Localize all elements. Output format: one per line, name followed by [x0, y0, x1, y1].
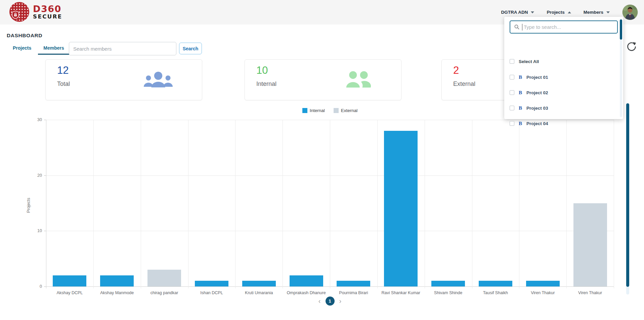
- tab-projects[interactable]: Projects: [7, 43, 37, 55]
- pagination-prev-icon[interactable]: ‹: [318, 297, 321, 306]
- tab-bar: Projects Members: [7, 43, 70, 55]
- bar-internal-kruti-umarania[interactable]: [242, 281, 276, 286]
- v-gridline: [519, 120, 519, 288]
- shield-lock-icon: [12, 11, 19, 19]
- stat-label: Total: [57, 81, 70, 88]
- logo-globe-icon: [9, 2, 29, 22]
- logo-line1: D360: [33, 4, 62, 13]
- project-label: Project 01: [526, 75, 548, 80]
- v-gridline: [283, 120, 283, 288]
- logo-line2: SECURE: [33, 14, 62, 20]
- search-icon: [514, 24, 519, 30]
- project-b-icon: B: [519, 121, 522, 126]
- search-button[interactable]: Search: [179, 43, 202, 54]
- nav-label: Members: [584, 10, 603, 15]
- chevron-down-icon: [606, 11, 610, 13]
- two-people-icon: [344, 69, 373, 91]
- bar-internal-pournima-birari[interactable]: [337, 281, 370, 286]
- pagination-page-1[interactable]: 1: [326, 297, 335, 306]
- stat-value: 10: [256, 64, 268, 76]
- project-b-icon: B: [519, 74, 522, 80]
- refresh-icon: [626, 41, 637, 52]
- nav-item-dgtra-adn[interactable]: DGTRA ADN: [501, 10, 534, 15]
- project-checkbox[interactable]: [510, 106, 514, 110]
- bar-internal-omprakash-dhanure[interactable]: [290, 275, 323, 286]
- legend-item-internal[interactable]: Internal: [302, 108, 325, 113]
- projects-dropdown-panel: Select All B Project 01 B Project 02 B P…: [504, 17, 623, 119]
- x-axis-label: Tausif Shaikh: [483, 290, 508, 295]
- y-tick-label: 10: [32, 228, 42, 233]
- bar-internal-ishan-dcpl[interactable]: [195, 281, 228, 286]
- x-axis-label: chirag pandkar: [151, 290, 178, 295]
- x-axis-label: Shivam Shinde: [434, 290, 462, 295]
- stat-label: Internal: [256, 81, 276, 88]
- user-avatar[interactable]: [622, 4, 638, 20]
- dropdown-scrollbar-thumb[interactable]: [620, 19, 622, 40]
- bar-external-viren-thakur[interactable]: [573, 203, 607, 287]
- project-checkbox[interactable]: [510, 90, 514, 95]
- y-tick-label: 0: [32, 284, 42, 289]
- stat-value: 2: [453, 64, 459, 76]
- bar-internal-viren-thakur[interactable]: [526, 281, 560, 286]
- x-axis-label: Akshay DCPL: [57, 290, 83, 295]
- x-axis-label: Ishan DCPL: [200, 290, 223, 295]
- y-axis-title: Projects: [26, 198, 31, 213]
- legend-label: Internal: [310, 108, 325, 113]
- legend-item-external[interactable]: External: [334, 108, 358, 113]
- x-axis-label: Omprakash Dhanure: [287, 290, 326, 295]
- tab-members[interactable]: Members: [37, 43, 70, 55]
- project-b-icon: B: [519, 105, 522, 111]
- v-gridline: [377, 120, 378, 288]
- x-axis-label: Akshay Manmode: [100, 290, 134, 295]
- legend-swatch: [334, 108, 339, 113]
- v-gridline: [472, 120, 472, 288]
- v-gridline: [425, 120, 425, 288]
- project-b-icon: B: [519, 90, 522, 96]
- page-scrollbar-thumb[interactable]: [626, 103, 629, 287]
- stat-card-internal: 10 Internal: [245, 59, 401, 100]
- x-axis-label: Viren Thakur: [578, 290, 602, 295]
- dropdown-search-box: [510, 20, 618, 34]
- stat-card-total: 12 Total: [45, 59, 202, 100]
- bar-internal-ravi-shankar-kumar[interactable]: [384, 131, 418, 286]
- v-gridline: [188, 120, 188, 288]
- dropdown-search-input[interactable]: [523, 24, 617, 30]
- legend-label: External: [341, 108, 358, 113]
- bar-internal-akshay-manmode[interactable]: [100, 275, 134, 286]
- nav-item-projects[interactable]: Projects: [547, 10, 571, 15]
- dropdown-item-project-01[interactable]: B Project 01: [510, 72, 548, 82]
- dropdown-item-project-04[interactable]: B Project 04: [510, 118, 548, 128]
- page-title: DASHBOARD: [7, 33, 42, 39]
- project-label: Project 04: [526, 121, 548, 126]
- nav-item-members[interactable]: Members: [584, 10, 610, 15]
- text-cursor: [522, 24, 522, 31]
- bar-internal-tausif-shaikh[interactable]: [479, 281, 512, 286]
- refresh-button[interactable]: [626, 41, 638, 53]
- x-axis-label: Ravi Shankar Kumar: [382, 290, 420, 295]
- member-search-input[interactable]: [69, 42, 176, 55]
- pagination-next-icon[interactable]: ›: [339, 297, 342, 306]
- bar-internal-akshay-dcpl[interactable]: [53, 275, 86, 286]
- select-all-label: Select All: [519, 59, 539, 64]
- project-label: Project 02: [526, 90, 548, 95]
- dropdown-item-project-02[interactable]: B Project 02: [510, 88, 548, 98]
- select-all-checkbox[interactable]: [510, 59, 514, 64]
- nav-label: DGTRA ADN: [501, 10, 528, 15]
- y-tick-label: 30: [32, 117, 42, 122]
- project-checkbox[interactable]: [510, 75, 514, 79]
- chart-pagination: ‹ 1 ›: [46, 297, 614, 306]
- v-gridline: [614, 120, 614, 288]
- project-checkbox[interactable]: [510, 121, 514, 126]
- logo-text: D360 SECURE: [33, 4, 62, 20]
- dropdown-item-project-03[interactable]: B Project 03: [510, 103, 548, 113]
- x-axis-label: Viren Thakur: [531, 290, 555, 295]
- stat-label: External: [453, 81, 475, 88]
- select-all-option[interactable]: Select All: [510, 56, 539, 66]
- bar-internal-shivam-shinde[interactable]: [431, 281, 465, 286]
- chevron-up-icon: [568, 11, 571, 13]
- v-gridline: [235, 120, 235, 288]
- project-label: Project 03: [526, 106, 548, 111]
- y-tick-label: 20: [32, 173, 42, 178]
- bar-external-chirag-pandkar[interactable]: [147, 270, 181, 286]
- v-gridline: [566, 120, 567, 288]
